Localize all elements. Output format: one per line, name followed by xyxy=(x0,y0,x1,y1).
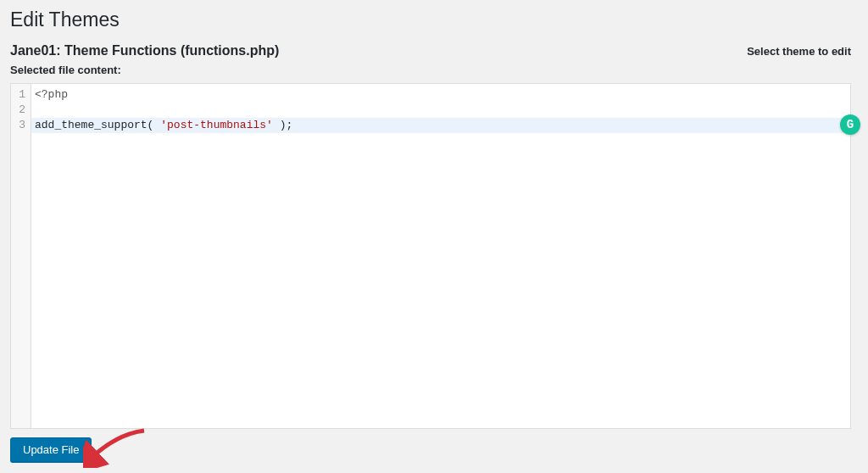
code-line[interactable]: add_theme_support( 'post-thumbnails' ); xyxy=(31,118,850,133)
code-token: 'post-thumbnails' xyxy=(160,119,273,131)
update-file-button[interactable]: Update File xyxy=(10,437,92,462)
header-row: Jane01: Theme Functions (functions.php) … xyxy=(10,43,851,58)
code-token: <?php xyxy=(35,88,68,101)
select-theme-label: Select theme to edit xyxy=(747,45,851,58)
line-number: 3 xyxy=(16,118,25,133)
grammarly-badge-icon[interactable]: G xyxy=(840,114,860,135)
line-gutter: 123 xyxy=(11,84,31,428)
code-token: add_theme_support( xyxy=(35,119,160,131)
code-editor[interactable]: 123 G <?phpadd_theme_support( 'post-thum… xyxy=(10,83,851,429)
page-title: Edit Themes xyxy=(10,7,851,31)
code-line[interactable]: <?php xyxy=(35,87,847,103)
line-number: 1 xyxy=(16,87,25,103)
line-number: 2 xyxy=(16,103,25,118)
code-area[interactable]: G <?phpadd_theme_support( 'post-thumbnai… xyxy=(31,84,850,428)
file-heading: Jane01: Theme Functions (functions.php) xyxy=(10,43,279,58)
code-token: ); xyxy=(273,119,292,131)
code-line[interactable] xyxy=(35,103,847,118)
content-label: Selected file content: xyxy=(10,64,851,76)
